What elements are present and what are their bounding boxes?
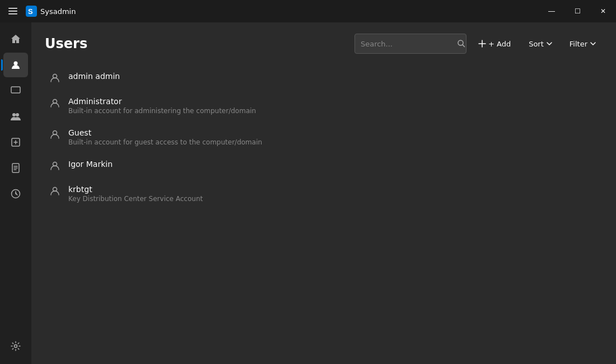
svg-rect-0: [8, 8, 17, 9]
list-item[interactable]: GuestBuilt-in account for guest access t…: [40, 122, 607, 153]
search-button[interactable]: [456, 38, 467, 49]
filter-label: Filter: [570, 40, 587, 48]
sidebar-item-software[interactable]: [3, 130, 28, 155]
user-icon: [49, 129, 60, 140]
user-info: GuestBuilt-in account for guest access t…: [68, 128, 262, 146]
app-body: Users + Add: [0, 22, 616, 364]
user-info: krbtgtKey Distribution Center Service Ac…: [68, 185, 203, 203]
header-actions: + Add Sort Filter: [354, 34, 603, 54]
chevron-down-icon-filter: [590, 40, 596, 47]
svg-rect-1: [8, 11, 17, 12]
svg-text:S: S: [28, 7, 33, 16]
titlebar: S Sysadmin — ☐ ✕: [0, 0, 616, 22]
user-icon: [49, 160, 60, 171]
svg-point-12: [15, 345, 17, 348]
search-box: [354, 34, 466, 54]
user-info: AdministratorBuilt-in account for admini…: [68, 97, 256, 115]
window-controls: — ☐ ✕: [539, 0, 616, 22]
list-item[interactable]: Igor Markin: [40, 153, 607, 178]
sidebar-item-settings[interactable]: [3, 334, 28, 358]
maximize-button[interactable]: ☐: [564, 0, 590, 22]
sidebar-item-reports[interactable]: [3, 156, 28, 180]
user-name: admin admin: [68, 72, 120, 81]
chevron-down-icon: [546, 40, 553, 47]
user-info: Igor Markin: [68, 160, 113, 169]
svg-rect-6: [11, 87, 20, 93]
sidebar: [0, 22, 31, 364]
minimize-button[interactable]: —: [539, 0, 564, 22]
list-item[interactable]: krbtgtKey Distribution Center Service Ac…: [40, 178, 607, 209]
app-title: Sysadmin: [40, 7, 76, 16]
add-button[interactable]: + Add: [471, 34, 518, 54]
user-icon: [49, 97, 60, 109]
sort-label: Sort: [529, 40, 544, 48]
search-input[interactable]: [361, 40, 456, 48]
svg-point-8: [16, 113, 19, 116]
page-title: Users: [45, 36, 87, 52]
menu-button[interactable]: [4, 3, 21, 20]
sidebar-item-computers[interactable]: [3, 78, 28, 103]
user-icon: [49, 185, 60, 197]
user-list: admin admin AdministratorBuilt-in accoun…: [31, 63, 616, 364]
user-description: Key Distribution Center Service Account: [68, 195, 203, 203]
sidebar-item-groups[interactable]: [3, 104, 28, 129]
user-info: admin admin: [68, 72, 120, 81]
user-description: Built-in account for guest access to the…: [68, 138, 262, 146]
svg-point-7: [12, 113, 16, 116]
sidebar-item-history[interactable]: [3, 181, 28, 206]
list-item[interactable]: AdministratorBuilt-in account for admini…: [40, 90, 607, 122]
sort-button[interactable]: Sort: [522, 34, 559, 54]
filter-button[interactable]: Filter: [563, 34, 603, 54]
user-description: Built-in account for administering the c…: [68, 107, 256, 115]
close-button[interactable]: ✕: [590, 0, 616, 22]
list-item[interactable]: admin admin: [40, 65, 607, 90]
svg-rect-2: [8, 13, 17, 15]
sidebar-item-users[interactable]: [3, 53, 28, 77]
svg-point-5: [14, 62, 18, 66]
app-logo: S Sysadmin: [26, 6, 76, 17]
user-icon: [49, 72, 60, 83]
page-header: Users + Add: [31, 22, 616, 63]
main-content: Users + Add: [31, 22, 616, 364]
user-name: Administrator: [68, 97, 256, 106]
user-name: Igor Markin: [68, 160, 113, 169]
user-name: Guest: [68, 128, 262, 137]
user-name: krbtgt: [68, 185, 203, 194]
titlebar-left: S Sysadmin: [4, 3, 76, 20]
add-label: + Add: [488, 40, 511, 48]
sidebar-item-home[interactable]: [3, 27, 28, 52]
